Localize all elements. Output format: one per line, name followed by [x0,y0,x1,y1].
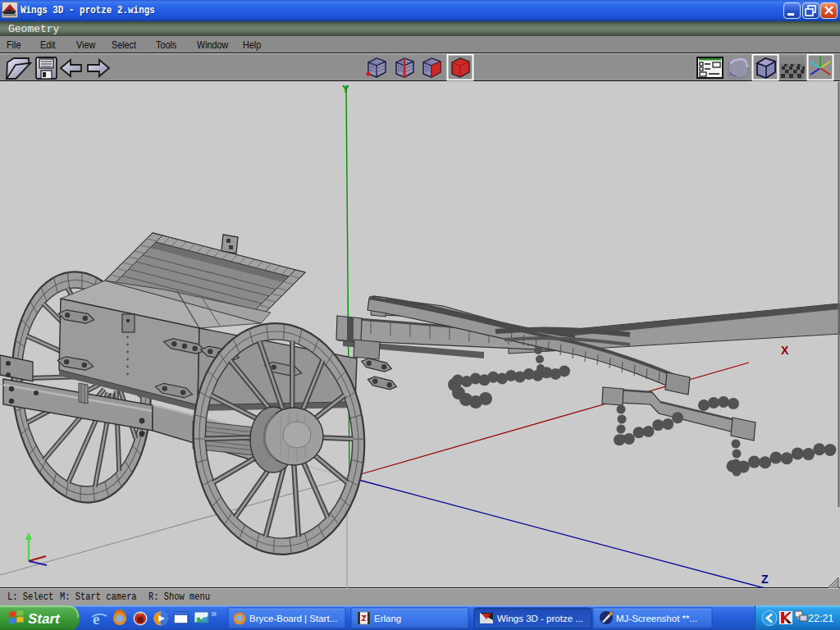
svg-text:»: » [211,607,217,619]
svg-text:e: e [93,610,99,628]
svg-text:Wings 3D - protze ...: Wings 3D - protze ... [497,614,583,623]
svg-text:Erlang: Erlang [374,614,401,623]
svg-text:MJ-Screenshot **...: MJ-Screenshot **... [616,614,697,623]
svg-text:Bryce-Board | Start...: Bryce-Board | Start... [249,614,337,623]
svg-text:22:21: 22:21 [808,613,833,624]
svg-text:Start: Start [28,611,61,627]
svg-text:X: X [781,344,789,357]
svg-text:Y: Y [342,83,349,95]
svg-text:Z: Z [761,573,769,586]
